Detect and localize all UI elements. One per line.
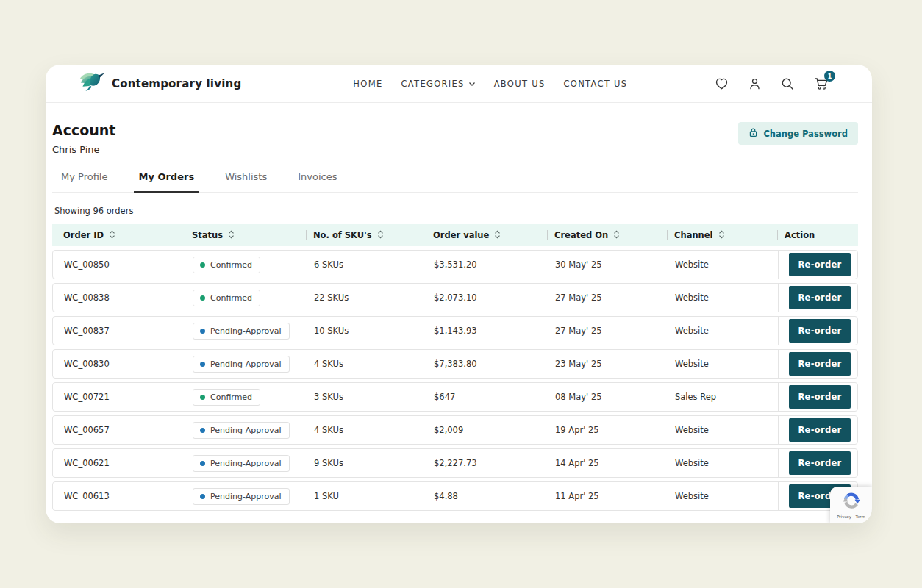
nav-item-home[interactable]: HOME [353,79,382,89]
tab-wishlists[interactable]: Wishlists [225,171,267,192]
status-dot-icon [200,295,205,301]
reorder-button[interactable]: Re-order [789,418,851,442]
order-row: WC_00838 Confirmed 22 SKUs $2,073.10 27 … [52,283,858,312]
skus-cell: 4 SKUs [307,359,426,369]
page-title: Account [52,122,115,138]
search-icon[interactable] [780,76,795,91]
order-value-cell: $3,531.20 [426,259,548,270]
created-on-cell: 27 May' 25 [548,326,668,336]
recaptcha-badge[interactable]: Privacy - Term [830,487,872,523]
status-dot-icon [200,428,205,433]
column-header-order-value[interactable]: Order value [426,224,547,246]
cart-count-badge: 1 [824,71,835,82]
order-row: WC_00657 Pending-Approval 4 SKUs $2,009 … [52,415,858,445]
column-header-channel[interactable]: Channel [667,224,777,246]
column-header-status[interactable]: Status [185,224,306,246]
reorder-button[interactable]: Re-order [789,253,851,276]
created-on-cell: 14 Apr' 25 [548,458,668,468]
channel-cell: Sales Rep [668,392,778,402]
order-row: WC_00721 Confirmed 3 SKUs $647 08 May' 2… [52,382,858,412]
status-dot-icon [200,461,205,466]
skus-cell: 3 SKUs [307,392,426,402]
status-cell: Confirmed [185,257,307,273]
tab-invoices[interactable]: Invoices [298,171,337,192]
created-on-cell: 27 May' 25 [548,293,668,303]
order-id-cell: WC_00621 [53,458,185,468]
order-row: WC_00621 Pending-Approval 9 SKUs $2,227.… [52,448,858,478]
status-cell: Confirmed [185,389,307,406]
reorder-button[interactable]: Re-order [789,385,851,409]
header-icons: 1 [714,76,829,91]
status-cell: Pending-Approval [185,455,307,472]
order-row: WC_00830 Pending-Approval 4 SKUs $7,383.… [52,349,858,379]
column-header-action: Action [777,224,858,246]
user-icon[interactable] [748,76,762,91]
lock-icon [748,127,758,140]
status-dot-icon [200,362,205,367]
order-value-cell: $1,143.93 [426,326,548,336]
order-id-cell: WC_00837 [53,326,185,336]
status-cell: Pending-Approval [185,488,307,505]
status-badge: Pending-Approval [193,455,290,472]
status-badge: Confirmed [193,389,260,406]
account-content: Account Chris Pine Change Password My Pr… [46,122,872,511]
sort-icon[interactable] [228,230,235,241]
status-badge: Pending-Approval [193,422,290,439]
tab-my-orders[interactable]: My Orders [138,171,194,192]
chevron-down-icon [468,79,476,89]
status-dot-icon [200,395,205,400]
channel-cell: Website [668,359,778,369]
status-badge: Confirmed [193,257,260,273]
action-cell: Re-order [778,449,857,477]
cart-icon[interactable]: 1 [813,76,829,91]
tab-my-profile[interactable]: My Profile [61,171,107,192]
heart-icon[interactable] [714,76,729,91]
order-id-cell: WC_00657 [53,425,185,435]
status-badge: Pending-Approval [193,488,290,505]
order-row: WC_00613 Pending-Approval 1 SKU $4.88 11… [52,481,858,511]
action-cell: Re-order [778,350,857,378]
reorder-button[interactable]: Re-order [789,352,851,376]
channel-cell: Website [668,259,778,270]
main-nav: HOME CATEGORIES ABOUT US CONTACT US [353,79,627,89]
reorder-button[interactable]: Re-order [789,451,851,475]
status-cell: Pending-Approval [185,422,307,439]
column-header-created-on[interactable]: Created On [547,224,667,246]
change-password-button[interactable]: Change Password [738,122,858,145]
account-header: Account Chris Pine Change Password [52,122,858,155]
action-cell: Re-order [778,251,857,279]
sort-icon[interactable] [718,230,725,241]
reorder-button[interactable]: Re-order [789,286,851,309]
status-dot-icon [200,262,205,268]
change-password-label: Change Password [763,129,848,139]
order-id-cell: WC_00838 [53,293,185,303]
skus-cell: 22 SKUs [307,293,426,303]
order-value-cell: $7,383.80 [426,359,548,369]
order-value-cell: $647 [426,392,548,402]
channel-cell: Website [668,326,778,336]
sort-icon[interactable] [377,230,384,241]
column-header-order-id[interactable]: Order ID [52,224,185,246]
status-cell: Confirmed [185,290,307,306]
created-on-cell: 08 May' 25 [548,392,668,402]
channel-cell: Website [668,425,778,435]
sort-icon[interactable] [613,230,620,241]
sort-icon[interactable] [494,230,501,241]
brand-logo[interactable]: Contemporary living [79,71,241,96]
hummingbird-logo-icon [79,71,106,96]
nav-item-about-us[interactable]: ABOUT US [494,79,546,89]
nav-item-contact-us[interactable]: CONTACT US [564,79,628,89]
status-badge: Pending-Approval [193,356,290,373]
nav-item-categories[interactable]: CATEGORIES [401,79,475,89]
orders-table-header: Order ID Status No. of SKU's Order value… [52,224,858,246]
account-page-card: Contemporary living HOME CATEGORIES ABOU… [46,65,872,523]
order-id-cell: WC_00613 [53,491,185,501]
order-row: WC_00837 Pending-Approval 10 SKUs $1,143… [52,316,858,345]
channel-cell: Website [668,293,778,303]
order-id-cell: WC_00830 [53,359,185,369]
sort-icon[interactable] [109,230,115,241]
recaptcha-icon [842,491,861,513]
reorder-button[interactable]: Re-order [789,319,851,343]
skus-cell: 10 SKUs [307,326,426,336]
column-header-no-of-sku-s[interactable]: No. of SKU's [306,224,426,246]
